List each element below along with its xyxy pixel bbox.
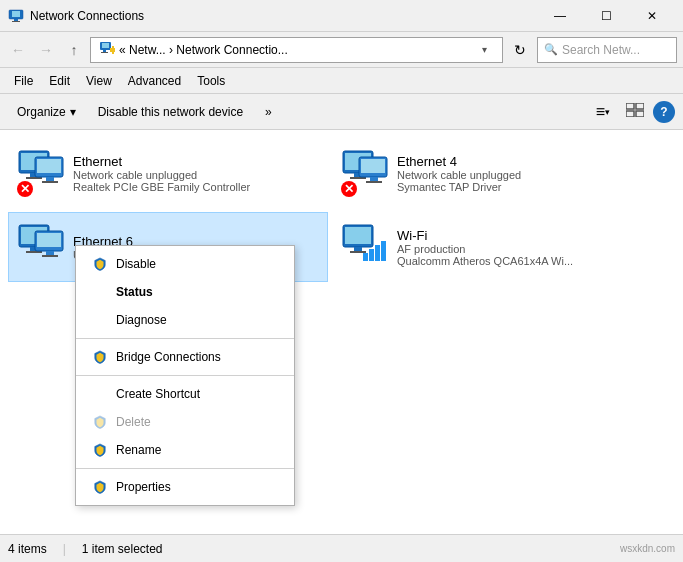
help-button[interactable]: ?: [653, 101, 675, 123]
ethernet-error-badge: ✕: [17, 181, 33, 197]
titlebar-controls: — ☐ ✕: [537, 0, 675, 32]
status-spacer: [92, 284, 108, 300]
svg-rect-13: [636, 111, 644, 117]
svg-rect-1: [12, 11, 20, 17]
ctx-status[interactable]: Status: [76, 278, 294, 306]
more-button[interactable]: »: [256, 98, 281, 126]
minimize-button[interactable]: —: [537, 0, 583, 32]
wifi-icon: [341, 223, 389, 265]
svg-rect-29: [366, 181, 382, 183]
items-count: 4 items: [8, 542, 47, 556]
close-button[interactable]: ✕: [629, 0, 675, 32]
menu-view[interactable]: View: [78, 72, 120, 90]
address-text: « Netw... › Network Connectio...: [119, 43, 474, 57]
svg-rect-5: [102, 43, 109, 48]
ethernet4-info: Ethernet 4 Network cable unplugged Syman…: [397, 154, 643, 193]
svg-rect-12: [626, 111, 634, 117]
shortcut-spacer: [92, 386, 108, 402]
selected-count: 1 item selected: [82, 542, 163, 556]
svg-rect-42: [363, 253, 368, 261]
svg-rect-37: [42, 255, 58, 257]
svg-rect-28: [370, 177, 378, 181]
view-options-button[interactable]: ≡ ▾: [589, 98, 617, 126]
address-box[interactable]: « Netw... › Network Connectio... ▾: [90, 37, 503, 63]
back-button[interactable]: ←: [6, 38, 30, 62]
ctx-diagnose-label: Diagnose: [116, 313, 167, 327]
search-icon: 🔍: [544, 43, 558, 56]
layout-icon: [626, 103, 644, 120]
layout-button[interactable]: [621, 98, 649, 126]
ctx-delete-label: Delete: [116, 415, 151, 429]
ctx-sep-3: [76, 468, 294, 469]
titlebar-icon: [8, 8, 24, 24]
ethernet-name: Ethernet: [73, 154, 319, 169]
ctx-sep-2: [76, 375, 294, 376]
wifi-info: Wi-Fi AF production Qualcomm Atheros QCA…: [397, 228, 643, 267]
menu-tools[interactable]: Tools: [189, 72, 233, 90]
toolbar: Organize ▾ Disable this network device »…: [0, 94, 683, 130]
menu-advanced[interactable]: Advanced: [120, 72, 189, 90]
svg-rect-44: [375, 245, 380, 261]
svg-rect-41: [350, 251, 366, 253]
ctx-disable[interactable]: Disable: [76, 250, 294, 278]
disable-shield-icon: [92, 256, 108, 272]
refresh-button[interactable]: ↻: [507, 37, 533, 63]
ethernet-driver: Realtek PCIe GBE Family Controller: [73, 181, 319, 193]
up-button[interactable]: ↑: [62, 38, 86, 62]
ctx-bridge[interactable]: Bridge Connections: [76, 343, 294, 371]
network-item-ethernet4[interactable]: ✕ Ethernet 4 Network cable unplugged Sym…: [332, 138, 652, 208]
ctx-properties[interactable]: Properties: [76, 473, 294, 501]
ctx-shortcut-label: Create Shortcut: [116, 387, 200, 401]
svg-rect-7: [101, 52, 108, 53]
svg-rect-35: [37, 233, 61, 247]
menu-file[interactable]: File: [6, 72, 41, 90]
disable-label: Disable this network device: [98, 105, 243, 119]
svg-rect-21: [42, 181, 58, 183]
svg-rect-10: [626, 103, 634, 109]
ethernet4-error-badge: ✕: [341, 181, 357, 197]
ctx-shortcut[interactable]: Create Shortcut: [76, 380, 294, 408]
svg-rect-39: [345, 227, 371, 244]
ethernet4-driver: Symantec TAP Driver: [397, 181, 643, 193]
ctx-diagnose[interactable]: Diagnose: [76, 306, 294, 334]
svg-rect-9: [110, 48, 115, 52]
ethernet4-icon-container: ✕: [341, 149, 389, 197]
svg-rect-3: [12, 21, 20, 22]
svg-rect-11: [636, 103, 644, 109]
ctx-sep-1: [76, 338, 294, 339]
properties-shield-icon: [92, 479, 108, 495]
addressbar: ← → ↑ « Netw... › Network Connectio... ▾…: [0, 32, 683, 68]
disable-network-button[interactable]: Disable this network device: [89, 98, 252, 126]
branding: wsxkdn.com: [620, 543, 675, 554]
ethernet-info: Ethernet Network cable unplugged Realtek…: [73, 154, 319, 193]
view-arrow-icon: ▾: [605, 107, 610, 117]
diagnose-spacer: [92, 312, 108, 328]
network-item-ethernet[interactable]: ✕ Ethernet Network cable unplugged Realt…: [8, 138, 328, 208]
network-item-wifi[interactable]: Wi-Fi AF production Qualcomm Atheros QCA…: [332, 212, 652, 282]
svg-rect-45: [381, 241, 386, 261]
ethernet-status: Network cable unplugged: [73, 169, 319, 181]
organize-label: Organize: [17, 105, 66, 119]
forward-button[interactable]: →: [34, 38, 58, 62]
ctx-rename[interactable]: Rename: [76, 436, 294, 464]
menubar: File Edit View Advanced Tools: [0, 68, 683, 94]
address-dropdown-icon[interactable]: ▾: [474, 44, 494, 55]
wifi-name: Wi-Fi: [397, 228, 643, 243]
ctx-disable-label: Disable: [116, 257, 156, 271]
svg-rect-20: [46, 177, 54, 181]
svg-rect-27: [361, 159, 385, 173]
svg-rect-2: [14, 19, 18, 21]
svg-rect-19: [37, 159, 61, 173]
wifi-icon-container: [341, 223, 389, 271]
search-box[interactable]: 🔍 Search Netw...: [537, 37, 677, 63]
ethernet6-icon-container: [17, 223, 65, 271]
content-area: ✕ Ethernet Network cable unplugged Realt…: [0, 130, 683, 534]
rename-shield-icon: [92, 442, 108, 458]
wifi-status: AF production: [397, 243, 643, 255]
menu-edit[interactable]: Edit: [41, 72, 78, 90]
maximize-button[interactable]: ☐: [583, 0, 629, 32]
ethernet6-icon: [17, 223, 65, 265]
ethernet4-name: Ethernet 4: [397, 154, 643, 169]
context-menu: Disable Status Diagnose Bridge Connectio…: [75, 245, 295, 506]
organize-button[interactable]: Organize ▾: [8, 98, 85, 126]
